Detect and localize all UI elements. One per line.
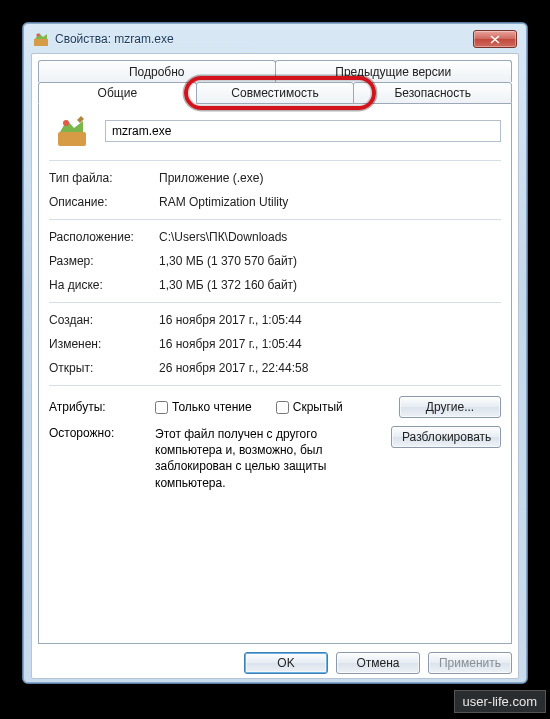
value-accessed: 26 ноября 2017 г., 22:44:58	[159, 361, 501, 375]
label-description: Описание:	[49, 195, 159, 209]
label-location: Расположение:	[49, 230, 159, 244]
value-location: C:\Users\ПК\Downloads	[159, 230, 501, 244]
dialog-buttons: OK Отмена Применить	[32, 650, 518, 678]
label-accessed: Открыт:	[49, 361, 159, 375]
tabs: Подробно Предыдущие версии Общие Совмест…	[32, 54, 518, 104]
separator	[49, 160, 501, 161]
separator	[49, 302, 501, 303]
tab-panel-general: Тип файла:Приложение (.exe) Описание:RAM…	[38, 104, 512, 644]
tab-previous-versions[interactable]: Предыдущие версии	[275, 60, 513, 82]
label-file-type: Тип файла:	[49, 171, 159, 185]
tab-compatibility[interactable]: Совместимость	[196, 82, 355, 104]
value-file-type: Приложение (.exe)	[159, 171, 501, 185]
value-modified: 16 ноября 2017 г., 1:05:44	[159, 337, 501, 351]
tab-security[interactable]: Безопасность	[353, 82, 512, 104]
label-size-on-disk: На диске:	[49, 278, 159, 292]
svg-rect-2	[58, 132, 86, 146]
label-modified: Изменен:	[49, 337, 159, 351]
titlebar[interactable]: Свойства: mzram.exe	[31, 31, 519, 53]
cancel-button[interactable]: Отмена	[336, 652, 420, 674]
value-created: 16 ноября 2017 г., 1:05:44	[159, 313, 501, 327]
separator	[49, 385, 501, 386]
app-icon	[33, 31, 49, 47]
checkbox-hidden-input[interactable]	[276, 401, 289, 414]
dialog-body: Подробно Предыдущие версии Общие Совмест…	[31, 53, 519, 679]
label-caution: Осторожно:	[49, 426, 149, 491]
svg-point-3	[63, 120, 69, 126]
svg-point-1	[36, 33, 39, 36]
unblock-button[interactable]: Разблокировать	[391, 426, 501, 448]
checkbox-hidden[interactable]: Скрытый	[276, 400, 343, 414]
label-attributes: Атрибуты:	[49, 400, 149, 414]
separator	[49, 219, 501, 220]
label-created: Создан:	[49, 313, 159, 327]
caution-message: Этот файл получен с другого компьютера и…	[155, 426, 385, 491]
tab-general[interactable]: Общие	[38, 82, 197, 104]
svg-rect-0	[34, 39, 48, 46]
watermark: user-life.com	[454, 690, 546, 713]
value-size-on-disk: 1,30 МБ (1 372 160 байт)	[159, 278, 501, 292]
label-size: Размер:	[49, 254, 159, 268]
value-size: 1,30 МБ (1 370 570 байт)	[159, 254, 501, 268]
close-button[interactable]	[473, 30, 517, 48]
ok-button[interactable]: OK	[244, 652, 328, 674]
close-icon	[490, 35, 500, 44]
advanced-button[interactable]: Другие...	[399, 396, 501, 418]
tab-details[interactable]: Подробно	[38, 60, 276, 82]
checkbox-readonly[interactable]: Только чтение	[155, 400, 252, 414]
file-icon	[55, 114, 89, 148]
properties-dialog: Свойства: mzram.exe Подробно Предыдущие …	[22, 22, 528, 684]
window-title: Свойства: mzram.exe	[55, 32, 473, 46]
apply-button[interactable]: Применить	[428, 652, 512, 674]
filename-input[interactable]	[105, 120, 501, 142]
checkbox-readonly-input[interactable]	[155, 401, 168, 414]
value-description: RAM Optimization Utility	[159, 195, 501, 209]
